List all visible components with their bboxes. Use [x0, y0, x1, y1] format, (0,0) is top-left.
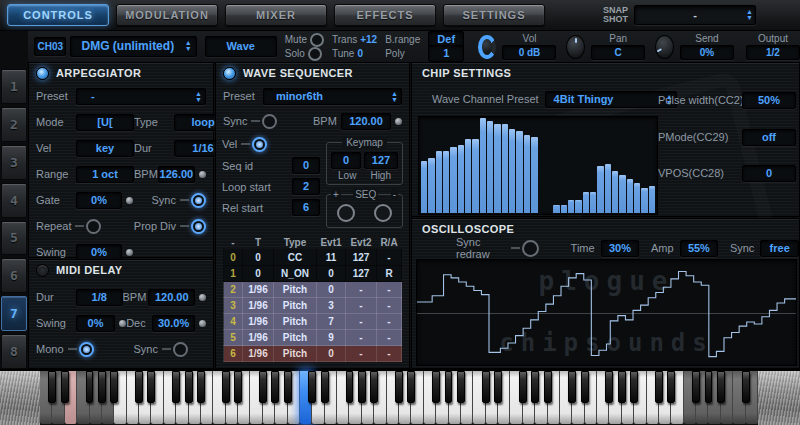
seq-row[interactable]: 31/96Pitch3-- — [224, 298, 402, 314]
arpeggiator-led[interactable] — [36, 67, 49, 80]
black-key[interactable] — [321, 371, 329, 403]
black-key[interactable] — [346, 371, 354, 403]
snapshot-spinner[interactable]: ▲▼ — [746, 9, 753, 21]
wavetable-bar[interactable] — [502, 124, 508, 213]
wsq-bpm-value[interactable]: 120.00 — [341, 113, 391, 130]
piano-keys[interactable] — [40, 371, 758, 425]
black-key[interactable] — [98, 371, 106, 403]
mute-radio[interactable] — [310, 33, 324, 47]
black-key[interactable] — [271, 371, 279, 403]
pmode-value[interactable]: off — [742, 129, 796, 146]
wavetable-bar[interactable] — [590, 192, 596, 213]
black-key[interactable] — [605, 371, 613, 403]
seq-cell[interactable]: 1/96 — [243, 298, 274, 314]
seq-cell[interactable]: 127 — [346, 250, 377, 266]
channel-preset-dropdown[interactable]: DMG (unlimited) ▲▼ — [70, 36, 196, 57]
black-key[interactable] — [61, 371, 69, 403]
seq-cell[interactable]: - — [377, 346, 402, 362]
seq-cell[interactable]: 0 — [224, 250, 243, 266]
black-key[interactable] — [147, 371, 155, 403]
seq-cell[interactable]: - — [346, 346, 377, 362]
black-key[interactable] — [308, 371, 316, 403]
wave-sequencer-led[interactable] — [223, 67, 236, 80]
seq-cell[interactable]: 6 — [224, 346, 243, 362]
wave-channel-preset-dropdown[interactable]: 4Bit Thingy ▲▼ — [545, 91, 677, 108]
tab-modulation[interactable]: MODULATION — [116, 4, 218, 26]
seq-cell[interactable]: 3 — [224, 298, 243, 314]
wavetable-bar[interactable] — [509, 129, 515, 213]
wavetable-bar[interactable] — [627, 179, 633, 213]
seq-cell[interactable]: Pitch — [274, 346, 317, 362]
seq-add-button[interactable] — [337, 204, 355, 222]
tab-controls[interactable]: CONTROLS — [7, 4, 109, 26]
pulse-width-value[interactable]: 50% — [742, 92, 796, 109]
arp-propdiv-toggle[interactable] — [191, 219, 206, 234]
arp-swing-value[interactable]: 0% — [76, 244, 122, 261]
black-key[interactable] — [185, 371, 193, 403]
seq-cell[interactable]: 1/96 — [243, 282, 274, 298]
wavetable-bar[interactable] — [649, 186, 655, 213]
send-knob[interactable] — [655, 35, 674, 59]
wavetable-bar[interactable] — [494, 124, 500, 213]
midi-delay-led[interactable] — [36, 264, 49, 277]
seq-cell[interactable]: - — [346, 330, 377, 346]
arp-vel-value[interactable]: key — [76, 140, 134, 157]
arp-swing-dot[interactable] — [126, 249, 133, 256]
black-key[interactable] — [705, 371, 713, 403]
wavetable-bar[interactable] — [428, 158, 434, 213]
seq-cell[interactable]: R — [377, 266, 402, 282]
seq-cell[interactable]: Pitch — [274, 282, 317, 298]
arp-repeat-toggle[interactable] — [86, 219, 101, 234]
seq-cell[interactable]: 0 — [243, 266, 274, 282]
spinner-down-icon[interactable]: ▼ — [746, 15, 753, 21]
wavetable-bar[interactable] — [612, 171, 618, 213]
wavetable-bar[interactable] — [450, 147, 456, 214]
wsq-sync-toggle[interactable] — [262, 114, 277, 129]
output-value[interactable]: 1/2 — [746, 45, 800, 60]
seq-cell[interactable]: 0 — [317, 266, 346, 282]
seq-cell[interactable]: Pitch — [274, 330, 317, 346]
seq-cell[interactable]: 11 — [317, 250, 346, 266]
seq-cell[interactable]: - — [377, 282, 402, 298]
black-key[interactable] — [717, 371, 725, 403]
osc-time-value[interactable]: 30% — [601, 240, 640, 257]
sidebar-channel-2[interactable]: 2 — [1, 107, 27, 142]
black-key[interactable] — [445, 371, 453, 403]
poly-value[interactable]: 1 — [428, 45, 464, 62]
mdl-dec-dot[interactable] — [199, 320, 206, 327]
black-key[interactable] — [172, 371, 180, 403]
seq-cell[interactable]: - — [346, 314, 377, 330]
wsq-seqid-value[interactable]: 0 — [292, 157, 320, 174]
black-key[interactable] — [482, 371, 490, 403]
volume-knob[interactable] — [478, 35, 496, 59]
arp-gate-value[interactable]: 0% — [76, 192, 122, 209]
wavetable-bar[interactable] — [458, 145, 464, 213]
seq-row[interactable]: 51/96Pitch9-- — [224, 330, 402, 346]
mdl-dur-value[interactable]: 1/8 — [76, 289, 123, 306]
wavetable-bar[interactable] — [465, 139, 471, 213]
sidebar-channel-5[interactable]: 5 — [1, 221, 27, 256]
black-key[interactable] — [544, 371, 552, 403]
wavetable-display[interactable] — [418, 116, 658, 215]
mdl-swing-dot[interactable] — [119, 320, 126, 327]
vpos-value[interactable]: 0 — [742, 165, 796, 182]
arp-gate-dot[interactable] — [126, 197, 133, 204]
sidebar-channel-6[interactable]: 6 — [1, 258, 27, 293]
seq-cell[interactable]: 2 — [224, 282, 243, 298]
seq-cell[interactable]: 7 — [317, 314, 346, 330]
wavetable-bar[interactable] — [597, 166, 603, 214]
arp-sync-toggle[interactable] — [191, 193, 206, 208]
pan-value[interactable]: C — [591, 45, 645, 60]
pan-knob[interactable] — [566, 35, 585, 59]
seq-row[interactable]: 21/96Pitch0-- — [224, 282, 402, 298]
wavetable-bar[interactable] — [531, 137, 537, 213]
wsq-preset-spinner[interactable]: ▲▼ — [391, 91, 398, 103]
seq-cell[interactable]: 0 — [317, 282, 346, 298]
wavetable-bar[interactable] — [568, 200, 574, 213]
arp-bpm-sync-dot[interactable] — [199, 171, 206, 178]
mdl-swing-value[interactable]: 0% — [76, 315, 115, 332]
wavetable-bar[interactable] — [421, 161, 427, 213]
tune-value[interactable]: 0 — [357, 48, 363, 59]
black-key[interactable] — [432, 371, 440, 403]
wavetable-bar[interactable] — [487, 121, 493, 213]
